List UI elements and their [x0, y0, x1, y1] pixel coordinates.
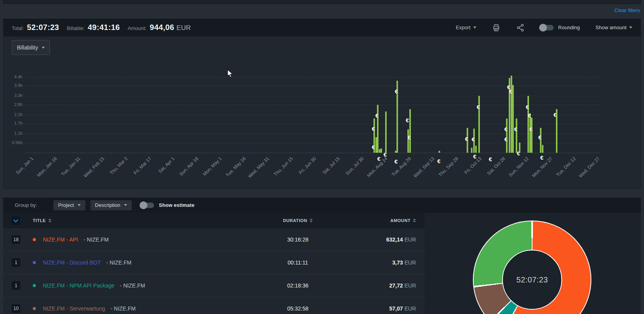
client-name: - NIZE.FM — [120, 282, 145, 289]
y-axis-label: 2.8h — [0, 102, 23, 107]
euro-marker: € — [377, 155, 380, 162]
show-amount-dropdown[interactable]: Show amount — [596, 25, 633, 30]
euro-marker: € — [408, 134, 411, 141]
row-count-badge: 18 — [12, 235, 20, 244]
euro-marker: € — [529, 126, 533, 132]
rounding-label: Rounding — [558, 25, 580, 30]
show-estimate-label: Show estimate — [159, 202, 195, 208]
total-label: Total: — [12, 25, 24, 31]
project-name[interactable]: NIZE.FM - Serverwartung — [43, 305, 105, 312]
project-color-dot — [33, 307, 36, 310]
chart-gridline — [25, 96, 600, 96]
euro-marker: € — [540, 154, 543, 161]
donut-total-label: 52:07:23 — [516, 275, 548, 284]
euro-marker: € — [528, 112, 531, 119]
table-row[interactable]: 18NIZE.FM - API- NIZE.FM30:16:28632,14 E… — [3, 228, 425, 251]
donut-center: 52:07:23 — [502, 250, 562, 310]
euro-marker: € — [504, 136, 508, 143]
chart-bar[interactable] — [385, 111, 387, 153]
project-name[interactable]: NIZE.FM - NPM API Package — [43, 282, 115, 289]
project-label: Project — [58, 202, 74, 208]
chart-bar[interactable] — [409, 109, 411, 153]
rounding-toggle[interactable] — [540, 25, 554, 30]
chevron-down-icon — [78, 204, 81, 206]
chart-bar[interactable] — [542, 145, 543, 153]
chevron-down-icon — [42, 47, 45, 49]
show-estimate-control: Show estimate — [141, 202, 195, 208]
euro-marker: € — [395, 158, 398, 165]
chart-bar[interactable] — [407, 129, 409, 153]
donut-chart[interactable]: 52:07:23 — [473, 221, 591, 314]
chart-bar[interactable] — [516, 118, 517, 153]
chart-bar[interactable] — [475, 146, 477, 153]
row-duration: 02:18:36 — [251, 282, 345, 289]
chart-baseline — [25, 153, 600, 153]
table-row[interactable]: 10NIZE.FM - Serverwartung- NIZE.FM05:32:… — [3, 297, 425, 314]
euro-marker: € — [504, 126, 508, 132]
table-row[interactable]: 1NIZE.FM - NPM API Package- NIZE.FM02:18… — [3, 274, 425, 297]
chart-gridline — [25, 105, 600, 105]
euro-marker: € — [538, 134, 541, 141]
y-axis-label: 1.7h — [0, 121, 23, 125]
rounding-control: Rounding — [540, 25, 580, 30]
chart-bar[interactable] — [512, 85, 514, 153]
chart-bar[interactable] — [439, 151, 440, 153]
billable-label: Billable: — [67, 25, 85, 31]
chart-gridline — [25, 134, 600, 134]
chevron-down-icon — [124, 204, 127, 206]
group-by-description-dropdown[interactable]: Description — [90, 200, 132, 210]
chart-gridline — [25, 123, 600, 124]
group-by-bar: Group by: Project Description Show estim… — [3, 198, 641, 213]
column-header-duration[interactable]: DURATION — [251, 218, 345, 223]
euro-marker: € — [514, 126, 517, 132]
billability-dropdown[interactable]: Billability — [12, 40, 50, 55]
row-title-cell: NIZE.FM - NPM API Package- NIZE.FM — [33, 282, 251, 289]
row-count-badge: 1 — [12, 281, 20, 290]
show-estimate-toggle[interactable] — [141, 203, 154, 208]
table-row[interactable]: 1NIZE.FM - Discord BOT- NIZE.FM00:11:113… — [3, 251, 425, 274]
row-count-badge: 1 — [12, 258, 20, 267]
chart-bar[interactable] — [471, 148, 472, 153]
time-report-page: Clear filters Total: 52:07:23 Billable: … — [0, 0, 644, 314]
summary-actions: Export Rounding Show amount — [456, 23, 632, 32]
export-dropdown[interactable]: Export — [456, 25, 476, 30]
euro-marker: € — [375, 112, 379, 119]
clear-filters-link[interactable]: Clear filters — [614, 7, 640, 13]
euro-marker: € — [395, 88, 398, 95]
sort-icon[interactable] — [413, 219, 416, 222]
client-name: - NIZE.FM — [110, 305, 136, 312]
chart-bar[interactable] — [380, 148, 382, 153]
share-icon[interactable] — [516, 23, 525, 32]
euro-marker: € — [465, 136, 468, 142]
euro-marker: € — [509, 88, 512, 95]
group-by-project-dropdown[interactable]: Project — [53, 200, 85, 210]
sort-icon[interactable] — [310, 219, 313, 222]
pie-chart-panel: 52:07:23 — [425, 213, 641, 314]
toggle-knob — [539, 24, 547, 32]
column-header-title[interactable]: TITLE — [33, 218, 251, 223]
euro-marker: € — [437, 158, 441, 164]
sort-icon[interactable] — [48, 219, 51, 222]
group-by-label: Group by: — [15, 202, 37, 208]
chevron-down-icon — [629, 26, 632, 28]
chart-bar[interactable] — [531, 118, 533, 153]
row-duration: 00:11:11 — [251, 259, 345, 266]
row-count-badge: 10 — [12, 304, 20, 313]
column-header-amount[interactable]: AMOUNT — [345, 218, 416, 223]
euro-marker: € — [406, 117, 409, 123]
project-name[interactable]: NIZE.FM - Discord BOT — [43, 259, 101, 266]
euro-marker: € — [477, 104, 480, 110]
mouse-cursor — [227, 69, 234, 78]
print-icon[interactable] — [492, 23, 501, 32]
show-amount-label: Show amount — [596, 25, 627, 30]
euro-marker: € — [526, 104, 529, 110]
project-name[interactable]: NIZE.FM - API — [43, 236, 78, 243]
y-axis-label: 2.2h — [0, 112, 23, 117]
amount-currency: EUR — [177, 24, 191, 32]
client-name: - NIZE.FM — [106, 259, 132, 266]
expand-all-button[interactable] — [12, 217, 20, 225]
row-amount: 632,14 EUR — [345, 236, 416, 243]
euro-marker: € — [384, 151, 387, 158]
chart-gridline — [25, 86, 600, 86]
description-label: Description — [95, 202, 120, 208]
